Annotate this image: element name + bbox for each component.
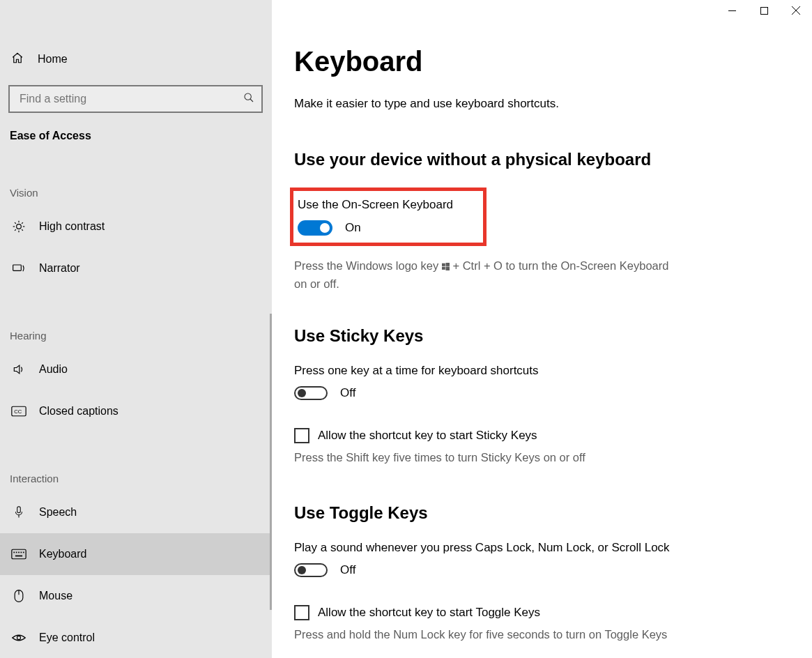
- sticky-keys-state: Off: [340, 386, 355, 400]
- sidebar-item-label: Narrator: [39, 262, 80, 275]
- sidebar-scrollbar[interactable]: [270, 314, 272, 610]
- sidebar-item-mouse[interactable]: Mouse: [0, 575, 272, 617]
- section-heading-device: Use your device without a physical keybo…: [294, 150, 784, 169]
- toggle-keys-hint: Press and hold the Num Lock key for five…: [294, 626, 671, 644]
- search-icon: [243, 92, 254, 106]
- svg-rect-18: [17, 507, 21, 513]
- toggle-keys-toggle[interactable]: [294, 563, 328, 577]
- narrator-icon: [11, 261, 26, 275]
- svg-rect-31: [445, 263, 450, 266]
- sidebar-item-label: Eye control: [39, 632, 95, 644]
- svg-rect-32: [442, 267, 445, 270]
- sticky-keys-shortcut-label: Allow the shortcut key to start Sticky K…: [318, 429, 537, 443]
- page-subtitle: Make it easier to type and use keyboard …: [294, 97, 784, 111]
- toggle-keys-shortcut-checkbox[interactable]: [294, 605, 309, 620]
- sidebar-item-closed-captions[interactable]: CC Closed captions: [0, 390, 272, 432]
- sidebar-group-interaction: Interaction: [0, 468, 272, 491]
- search-input[interactable]: [20, 93, 231, 105]
- eye-icon: [11, 632, 26, 643]
- svg-line-5: [250, 99, 253, 102]
- sidebar-item-label: High contrast: [39, 220, 105, 233]
- svg-point-6: [17, 224, 22, 229]
- sidebar-item-label: Speech: [39, 506, 77, 519]
- page-title: Keyboard: [294, 46, 784, 77]
- svg-line-11: [15, 222, 16, 224]
- minimize-button[interactable]: [716, 0, 748, 21]
- sidebar-item-keyboard[interactable]: Keyboard: [0, 533, 272, 575]
- sidebar-item-speech[interactable]: Speech: [0, 491, 272, 533]
- sticky-keys-hint: Press the Shift key five times to turn S…: [294, 449, 671, 467]
- onscreen-keyboard-label: Use the On-Screen Keyboard: [298, 198, 473, 212]
- svg-rect-15: [13, 265, 22, 270]
- svg-rect-33: [445, 267, 450, 271]
- sidebar-item-high-contrast[interactable]: High contrast: [0, 206, 272, 247]
- onscreen-keyboard-hint: Press the Windows logo key + Ctrl + O to…: [294, 257, 671, 293]
- sticky-keys-label: Press one key at a time for keyboard sho…: [294, 364, 784, 378]
- sticky-keys-toggle[interactable]: [294, 386, 328, 400]
- sidebar-category: Ease of Access: [0, 125, 272, 146]
- sidebar: Home Ease of Access Vision High contrast…: [0, 0, 272, 658]
- svg-line-14: [22, 222, 23, 224]
- main-content: Keyboard Make it easier to type and use …: [272, 0, 812, 658]
- onscreen-keyboard-toggle[interactable]: [298, 220, 332, 236]
- sidebar-item-label: Audio: [39, 363, 68, 376]
- svg-rect-30: [442, 263, 445, 266]
- toggle-keys-state: Off: [340, 563, 355, 577]
- mouse-icon: [11, 589, 26, 603]
- svg-rect-22: [16, 552, 17, 553]
- sidebar-home[interactable]: Home: [0, 40, 272, 78]
- sun-icon: [11, 220, 26, 234]
- svg-line-12: [22, 229, 23, 231]
- toggle-keys-shortcut-label: Allow the shortcut key to start Toggle K…: [318, 606, 540, 620]
- svg-rect-23: [18, 552, 20, 553]
- close-button[interactable]: [780, 0, 812, 21]
- sidebar-item-label: Mouse: [39, 590, 72, 602]
- keyboard-icon: [11, 549, 26, 560]
- windows-logo-icon: [442, 258, 450, 266]
- sidebar-item-label: Keyboard: [39, 548, 87, 560]
- svg-rect-21: [13, 552, 15, 553]
- microphone-icon: [11, 505, 26, 519]
- svg-text:CC: CC: [14, 408, 22, 415]
- svg-rect-1: [760, 7, 767, 14]
- home-icon: [11, 52, 25, 67]
- sidebar-item-label: Closed captions: [39, 405, 118, 418]
- svg-rect-20: [12, 549, 26, 559]
- svg-point-4: [245, 93, 251, 100]
- svg-rect-25: [23, 552, 24, 553]
- section-heading-sticky: Use Sticky Keys: [294, 326, 784, 346]
- toggle-keys-label: Play a sound whenever you press Caps Loc…: [294, 541, 784, 555]
- section-heading-toggle: Use Toggle Keys: [294, 503, 784, 523]
- highlight-annotation: Use the On-Screen Keyboard On: [290, 188, 487, 246]
- sidebar-home-label: Home: [38, 53, 68, 66]
- search-box[interactable]: [8, 85, 263, 113]
- closed-captions-icon: CC: [11, 406, 26, 417]
- onscreen-keyboard-state: On: [345, 221, 361, 235]
- sidebar-item-narrator[interactable]: Narrator: [0, 247, 272, 289]
- svg-rect-24: [21, 552, 22, 553]
- sidebar-group-vision: Vision: [0, 183, 272, 206]
- svg-rect-26: [15, 556, 22, 557]
- sticky-keys-shortcut-checkbox[interactable]: [294, 428, 309, 443]
- sidebar-group-hearing: Hearing: [0, 326, 272, 349]
- maximize-button[interactable]: [748, 0, 780, 21]
- sidebar-item-audio[interactable]: Audio: [0, 349, 272, 390]
- svg-point-29: [17, 636, 20, 639]
- audio-icon: [11, 362, 26, 376]
- svg-line-13: [15, 229, 16, 231]
- sidebar-item-eye-control[interactable]: Eye control: [0, 617, 272, 658]
